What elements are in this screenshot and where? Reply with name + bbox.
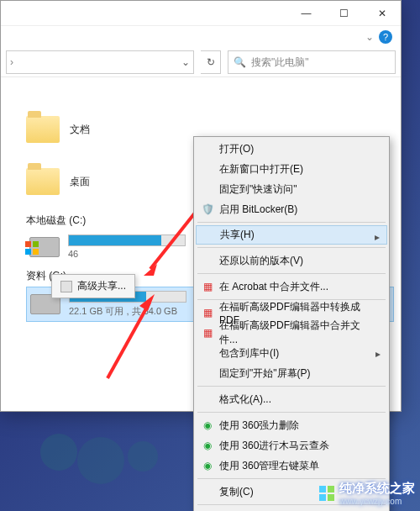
ctx-open[interactable]: 打开(O) [196, 139, 387, 159]
watermark: 纯净系统之家 www.ycwzjy.com [319, 481, 415, 506]
separator [197, 386, 386, 387]
pdf-icon: ▦ [201, 306, 214, 319]
ctx-acrobat-merge[interactable]: ▦在 Acrobat 中合并文件... [196, 277, 387, 297]
drive-c-bar [68, 234, 186, 246]
folder-icon [26, 168, 60, 195]
ctx-format[interactable]: 格式化(A)... [196, 389, 387, 409]
ribbon-collapse-row: ⌄ ? [1, 26, 401, 48]
ctx-foxit-merge[interactable]: ▦在福昕高级PDF编辑器中合并文件... [196, 323, 387, 343]
search-input[interactable]: 🔍 搜索"此电脑" [228, 50, 396, 74]
drive-icon [29, 237, 60, 257]
watermark-name: 纯净系统之家 [339, 481, 415, 495]
chevron-right-icon: ▸ [375, 348, 381, 360]
share-icon [60, 281, 72, 292]
refresh-button[interactable]: ↻ [201, 50, 221, 74]
minimize-button[interactable]: — [287, 1, 325, 25]
shield-icon: 🛡️ [201, 203, 214, 216]
svg-point-0 [40, 434, 77, 471]
search-icon: 🔍 [234, 56, 246, 68]
ctx-360-delete[interactable]: ◉使用 360强力删除 [196, 415, 387, 435]
address-bar[interactable]: › ⌄ [6, 50, 194, 74]
ctx-create-shortcut[interactable]: 创建快捷方式(S) [196, 508, 387, 511]
watermark-url: www.ycwzjy.com [339, 497, 415, 506]
address-dropdown-icon[interactable]: ⌄ [181, 56, 190, 68]
breadcrumb-chevron: › [10, 56, 13, 68]
ctx-pin-quick-access[interactable]: 固定到"快速访问" [196, 179, 387, 199]
share-advanced-label: 高级共享... [77, 279, 126, 293]
help-icon[interactable]: ? [379, 30, 392, 44]
360-icon: ◉ [201, 439, 214, 452]
separator [197, 273, 386, 274]
svg-point-2 [128, 441, 158, 471]
context-menu: 打开(O) 在新窗口中打开(E) 固定到"快速访问" 🛡️启用 BitLocke… [193, 136, 390, 511]
ctx-bitlocker[interactable]: 🛡️启用 BitLocker(B) [196, 199, 387, 219]
separator [197, 412, 386, 413]
ctx-360-scan[interactable]: ◉使用 360进行木马云查杀 [196, 435, 387, 456]
separator [197, 247, 386, 248]
ctx-360-manage[interactable]: ◉使用 360管理右键菜单 [196, 456, 387, 476]
ctx-share[interactable]: 共享(H)▸ [196, 225, 387, 245]
chevron-down-icon[interactable]: ⌄ [365, 31, 374, 43]
pdf-icon: ▦ [201, 326, 214, 340]
folder-icon [26, 116, 60, 143]
ctx-restore-versions[interactable]: 还原以前的版本(V) [196, 250, 387, 271]
close-button[interactable]: ✕ [363, 1, 401, 25]
pdf-icon: ▦ [201, 280, 214, 293]
share-submenu[interactable]: 高级共享... [51, 274, 135, 298]
ctx-open-new-window[interactable]: 在新窗口中打开(E) [196, 159, 387, 179]
folder-label: 文档 [70, 123, 90, 137]
titlebar: — ☐ ✕ [1, 1, 401, 26]
search-placeholder: 搜索"此电脑" [251, 55, 309, 70]
ctx-include-library[interactable]: 包含到库中(I)▸ [196, 343, 387, 363]
svg-point-1 [77, 437, 124, 484]
chevron-right-icon: ▸ [375, 231, 380, 243]
ctx-pin-start[interactable]: 固定到"开始"屏幕(P) [196, 363, 387, 383]
watermark-logo-icon [319, 486, 334, 501]
separator [197, 222, 386, 223]
360-icon: ◉ [201, 459, 214, 472]
address-row: › ⌄ ↻ 🔍 搜索"此电脑" [1, 48, 401, 76]
separator [197, 478, 386, 479]
maximize-button[interactable]: ☐ [325, 1, 363, 25]
360-icon: ◉ [201, 419, 214, 432]
folder-label: 桌面 [70, 175, 90, 189]
